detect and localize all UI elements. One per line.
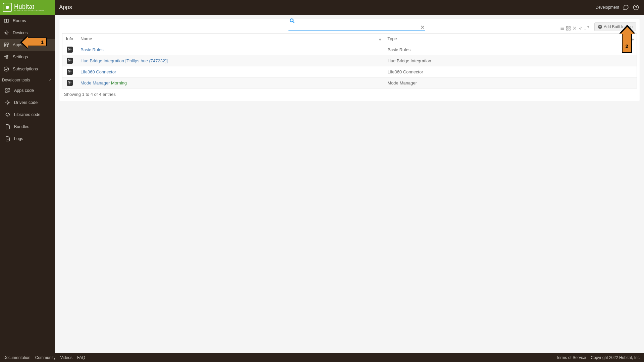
sidebar-item-settings[interactable]: Settings [0, 51, 55, 63]
svg-rect-32 [567, 28, 568, 30]
search-box: ✕ [288, 22, 425, 31]
annotation-arrow-1: 1 [26, 38, 47, 46]
svg-point-4 [5, 32, 7, 34]
sidebar-item-label: Apps [13, 43, 22, 47]
help-icon[interactable] [633, 4, 639, 11]
add-button-label: Add Built-In App [604, 24, 633, 29]
apps-code-icon [5, 87, 11, 94]
sidebar-item-label: Rooms [13, 18, 26, 23]
sidebar-item-devices[interactable]: Devices [0, 27, 55, 39]
sidebar-item-bundles[interactable]: Bundles [0, 121, 55, 133]
app-info-icon[interactable] [67, 80, 73, 86]
list-view-icon[interactable] [559, 25, 566, 31]
brand-name: Hubitat [14, 4, 46, 10]
svg-rect-30 [567, 26, 568, 27]
sidebar-item-label: Libraries code [14, 112, 41, 117]
sidebar-item-label: Subscriptions [13, 67, 38, 71]
app-name-suffix: Morning [111, 80, 127, 85]
add-built-in-app-button[interactable]: + Add Built-In App [594, 22, 636, 31]
expand-all-icon[interactable] [584, 25, 590, 31]
svg-point-38 [69, 71, 70, 72]
app-type-cell: Mode Manager [384, 77, 637, 88]
footer-link[interactable]: Videos [60, 355, 72, 360]
app-type-cell: Hue Bridge Integration [384, 55, 637, 66]
app-name-link[interactable]: Mode Manager [80, 80, 110, 85]
sidebar-item-label: Devices [13, 31, 28, 35]
collapse-icon [48, 78, 52, 82]
svg-point-25 [290, 19, 293, 22]
app-info-icon[interactable] [67, 58, 73, 64]
footer-link[interactable]: Documentation [3, 355, 31, 360]
subscriptions-icon [3, 66, 9, 72]
svg-point-15 [7, 55, 8, 56]
sidebar-item-apps-code[interactable]: Apps code [0, 84, 55, 97]
sidebar-item-logs[interactable]: Logs [0, 133, 55, 145]
footer-link[interactable]: FAQ [77, 355, 85, 360]
svg-rect-18 [8, 88, 10, 90]
plus-icon: + [598, 25, 602, 29]
settings-icon [3, 54, 9, 60]
footer-link[interactable]: Community [35, 355, 56, 360]
sidebar: Rooms Devices Apps 1 Settings Subscripti… [0, 15, 55, 353]
svg-rect-5 [4, 43, 6, 45]
sidebar-item-label: Drivers code [14, 100, 38, 105]
search-icon [289, 18, 295, 25]
app-name-link[interactable]: Life360 Connector [80, 69, 116, 74]
clear-search-icon[interactable]: ✕ [420, 24, 425, 31]
sidebar-item-drivers-code[interactable]: Drivers code [0, 97, 55, 109]
logo[interactable]: Hubitat ELEVATE YOUR ENVIRONMENT [0, 0, 55, 15]
footer-link[interactable]: Copyright 2022 Hubitat, Inc. [591, 355, 641, 360]
app-name-link[interactable]: Basic Rules [80, 47, 104, 52]
svg-rect-17 [6, 88, 7, 90]
sidebar-item-apps[interactable]: Apps 1 [0, 39, 55, 51]
svg-point-37 [69, 60, 70, 61]
sidebar-item-label: Apps code [14, 88, 34, 93]
svg-point-36 [69, 49, 70, 50]
logo-icon [3, 3, 12, 12]
chat-icon[interactable] [623, 4, 629, 11]
sidebar-item-label: Settings [13, 55, 28, 59]
app-info-icon[interactable] [67, 69, 73, 75]
search-input[interactable] [288, 22, 425, 31]
svg-line-26 [293, 21, 294, 23]
app-type-cell: Life360 Connector [384, 66, 637, 77]
svg-rect-2 [4, 19, 6, 22]
sidebar-item-label: Logs [14, 136, 23, 141]
rooms-icon [3, 18, 9, 24]
libraries-code-icon [5, 112, 11, 118]
developer-tools-header[interactable]: Developer tools [0, 75, 55, 84]
header-bar: Hubitat ELEVATE YOUR ENVIRONMENT Apps De… [0, 0, 644, 15]
footer-link[interactable]: Terms of Service [556, 355, 586, 360]
brand-tagline: ELEVATE YOUR ENVIRONMENT [14, 10, 46, 11]
column-header-name[interactable]: Name [77, 34, 384, 44]
drivers-code-icon [5, 100, 11, 106]
svg-rect-3 [7, 19, 8, 22]
svg-point-13 [6, 57, 7, 58]
svg-rect-6 [7, 43, 8, 45]
sidebar-item-libraries-code[interactable]: Libraries code [0, 109, 55, 121]
sidebar-item-rooms[interactable]: Rooms [0, 15, 55, 27]
svg-point-22 [7, 102, 8, 103]
toolbar: ✕ + Add Built-In App [62, 21, 637, 33]
table-footer: Showing 1 to 4 of 4 entries [62, 88, 637, 98]
column-header-info[interactable]: Info [62, 34, 77, 44]
grid-view-icon[interactable] [566, 25, 572, 31]
svg-rect-7 [4, 45, 6, 47]
apps-table: Info Name Type Basic Rules Basic Rules H… [62, 33, 637, 88]
bundles-icon [5, 124, 11, 130]
page-title: Apps [55, 4, 72, 11]
table-row: Basic Rules Basic Rules [62, 44, 637, 55]
logs-icon [5, 136, 11, 142]
collapse-all-icon[interactable] [578, 25, 584, 31]
svg-rect-31 [569, 26, 570, 27]
apps-icon [3, 42, 9, 48]
devices-icon [3, 30, 9, 36]
main-content: ✕ + Add Built-In App [55, 15, 644, 353]
column-header-type[interactable]: Type [384, 34, 637, 44]
close-view-icon[interactable] [572, 25, 578, 31]
svg-rect-33 [569, 28, 570, 30]
app-name-link[interactable]: Hue Bridge Integration [Philips hue (747… [80, 58, 168, 63]
table-row: Life360 Connector Life360 Connector [62, 66, 637, 77]
app-info-icon[interactable] [67, 47, 73, 53]
sidebar-item-subscriptions[interactable]: Subscriptions [0, 63, 55, 75]
